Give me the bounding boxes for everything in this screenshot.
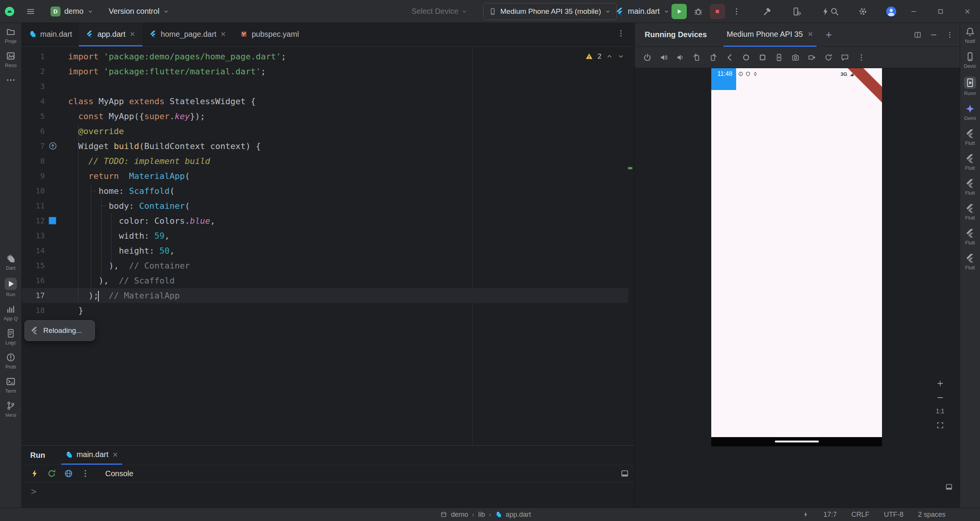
device-overview-button[interactable]	[756, 51, 769, 64]
tab-pubspec.yaml[interactable]: pubspec.yaml	[233, 23, 305, 46]
left-stripe-Versi[interactable]: Versi	[0, 401, 21, 418]
override-gutter-icon[interactable]	[49, 142, 57, 150]
tab-home_page.dart[interactable]: home_page.dart	[142, 23, 234, 46]
code-line-14[interactable]: 14 height: 50,	[22, 243, 634, 258]
device-message-button[interactable]	[838, 51, 851, 64]
line-number[interactable]: 6	[22, 124, 45, 139]
vcs-widget[interactable]: Version control	[104, 3, 174, 20]
code-line-18[interactable]: 18 }	[22, 303, 634, 318]
line-number[interactable]: 4	[22, 94, 45, 109]
device-selector[interactable]: Medium Phone API 35 (mobile)	[483, 3, 617, 20]
code-line-4[interactable]: 4class MyApp extends StatelessWidget {	[22, 94, 634, 109]
left-stripe-Dart[interactable]: Dart	[0, 254, 21, 271]
stop-button[interactable]	[710, 4, 725, 19]
right-stripe-Runn[interactable]: Runn	[960, 77, 980, 96]
tab-options-button[interactable]	[616, 29, 626, 39]
add-device-tab-button[interactable]	[825, 31, 833, 39]
device-sync-button[interactable]	[822, 51, 835, 64]
line-number[interactable]: 5	[22, 109, 45, 124]
breadcrumb-demo[interactable]: demo	[451, 511, 468, 519]
run-more-options-button[interactable]	[78, 467, 92, 480]
line-number[interactable]: 18	[22, 303, 45, 318]
code-line-7[interactable]: 7 Widget build(BuildContext context) {	[22, 139, 634, 154]
line-number[interactable]: 13	[22, 228, 45, 243]
code-line-3[interactable]: 3	[22, 79, 634, 94]
tab-main.dart[interactable]: main.dart	[22, 23, 79, 46]
line-number[interactable]: 16	[22, 273, 45, 288]
hammer-button[interactable]	[760, 4, 775, 19]
right-stripe-Notif[interactable]: Notif	[960, 27, 980, 44]
right-stripe-Flutt[interactable]: Flutt	[960, 253, 980, 270]
device-frame-toggle-icon[interactable]	[945, 483, 953, 491]
device-home-o-button[interactable]	[740, 51, 753, 64]
device-rotate-right-button[interactable]	[707, 51, 720, 64]
gesture-pill[interactable]	[775, 441, 819, 442]
panel-options-icon[interactable]	[946, 31, 954, 39]
run-configuration-selector[interactable]: main.dart	[612, 3, 673, 20]
line-number[interactable]: 8	[22, 154, 45, 169]
left-stripe-Proje[interactable]: Proje	[0, 27, 21, 44]
device-back-button[interactable]	[723, 51, 736, 64]
hide-panel-icon[interactable]	[930, 31, 938, 39]
device-more-v-button[interactable]	[855, 51, 868, 64]
left-stripe-Term[interactable]: Term	[0, 377, 21, 394]
code-line-17[interactable]: 17 ); // MaterialApp	[22, 288, 634, 303]
left-stripe-App Q[interactable]: App Q	[0, 304, 21, 321]
code-editor[interactable]: 1import 'package:demo/pages/home_page.da…	[22, 47, 634, 445]
indent-style[interactable]: 2 spaces	[918, 511, 946, 519]
line-number[interactable]: 9	[22, 169, 45, 183]
debug-button[interactable]	[691, 4, 706, 19]
minimize-window-button[interactable]	[903, 0, 925, 23]
zoom-out-button[interactable]	[936, 394, 944, 401]
left-stripe-Run[interactable]: Run	[0, 278, 21, 297]
code-line-13[interactable]: 13 width: 59,	[22, 228, 634, 243]
breadcrumb-app.dart[interactable]: app.dart	[506, 511, 531, 519]
run-button[interactable]	[671, 4, 687, 19]
device-power-button[interactable]	[641, 51, 654, 64]
panel-layout-icon[interactable]	[621, 469, 629, 478]
close-window-button[interactable]	[956, 0, 978, 23]
line-number[interactable]: 12	[22, 213, 45, 228]
code-line-12[interactable]: 12 color: Colors.blue,	[22, 213, 634, 228]
device-tab[interactable]: Medium Phone API 35	[724, 23, 817, 47]
right-stripe-Flutt[interactable]: Flutt	[960, 154, 980, 171]
inspections-widget[interactable]: 2	[581, 49, 628, 64]
device-screenshot-button[interactable]	[773, 51, 786, 64]
left-stripe-more-h[interactable]	[0, 75, 21, 85]
line-number[interactable]: 14	[22, 243, 45, 258]
left-stripe-Prob[interactable]: Prob	[0, 352, 21, 370]
close-run-tab-icon[interactable]	[112, 452, 118, 458]
next-problem-button[interactable]	[617, 53, 624, 60]
select-device-widget[interactable]: Select Device	[412, 0, 467, 23]
device-vol-up-button[interactable]	[657, 51, 670, 64]
line-number[interactable]: 7	[22, 139, 45, 154]
line-number[interactable]: 1	[22, 49, 45, 64]
left-stripe-Logc[interactable]: Logc	[0, 328, 21, 346]
avatar-button[interactable]	[884, 4, 899, 19]
tab-app.dart[interactable]: app.dart	[79, 23, 142, 46]
code-line-9[interactable]: 9 return MaterialApp(	[22, 169, 634, 183]
emulator-screen[interactable]: 11:48 3G	[711, 68, 882, 446]
close-tab-icon[interactable]	[220, 31, 226, 37]
code-line-8[interactable]: 8 // TODO: implement build	[22, 154, 634, 169]
hot-restart-button[interactable]	[45, 467, 59, 480]
open-devtools-button[interactable]	[62, 467, 75, 480]
run-tab-main-dart[interactable]: main.dart	[61, 446, 122, 465]
code-line-1[interactable]: 1import 'package:demo/pages/home_page.da…	[22, 49, 634, 64]
right-stripe-Devic[interactable]: Devic	[960, 52, 980, 69]
search-button[interactable]	[827, 4, 842, 19]
line-number[interactable]: 10	[22, 183, 45, 198]
analysis-bolt-icon[interactable]	[803, 511, 809, 518]
close-device-tab-icon[interactable]	[807, 31, 813, 37]
maximize-window-button[interactable]	[929, 0, 952, 23]
right-stripe-Flutt[interactable]: Flutt	[960, 203, 980, 221]
line-number[interactable]: 3	[22, 79, 45, 94]
code-line-10[interactable]: 10 home: Scaffold(	[22, 183, 634, 198]
zoom-reset-button[interactable]: 1:1	[936, 408, 944, 415]
device-vol-down-button[interactable]	[674, 51, 687, 64]
code-line-11[interactable]: 11 body: Container(	[22, 198, 634, 213]
device-camera-button[interactable]	[789, 51, 802, 64]
file-encoding[interactable]: UTF-8	[884, 511, 903, 519]
line-number[interactable]: 11	[22, 198, 45, 213]
code-line-6[interactable]: 6 @override	[22, 124, 634, 139]
